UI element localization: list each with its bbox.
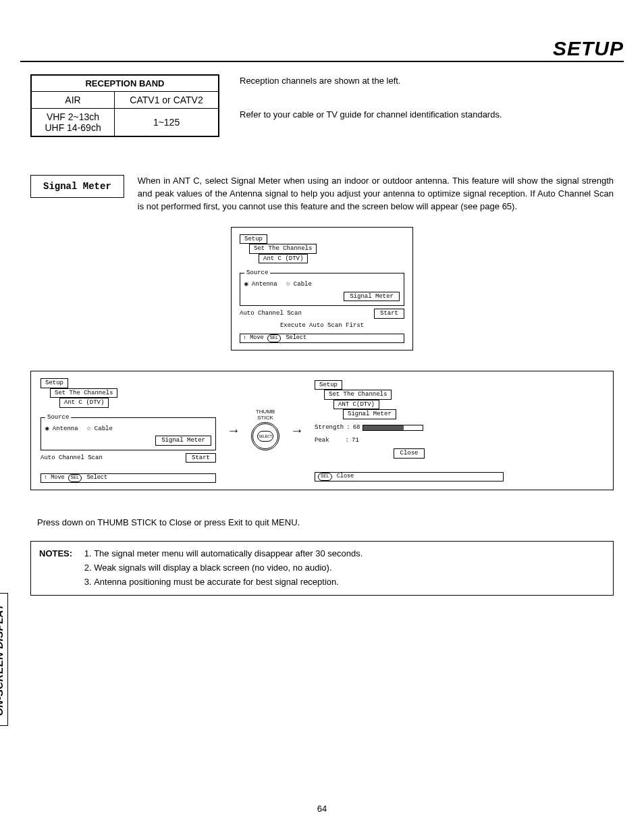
source-fieldset: Source ◉ Antenna ○ Cable Signal Meter (240, 269, 404, 306)
osd-tab-setup: Setup (315, 380, 342, 390)
peak-value: 71 (352, 436, 359, 445)
select-button-icon: SELECT (257, 431, 273, 442)
cell-range: 1~125 (115, 109, 219, 137)
osd-panel-before: Setup Set The Channels Ant C (DTV) Sourc… (41, 378, 216, 483)
thumbstick-graphic: THUMB STICK SELECT (251, 409, 279, 452)
notes-box: NOTES: The signal meter menu will automa… (30, 541, 614, 595)
note-item: Weak signals will display a black screen… (94, 561, 363, 575)
intro-text: Reception channels are shown at the left… (240, 74, 502, 141)
signal-meter-button[interactable]: Signal Meter (155, 436, 211, 446)
notes-list: The signal meter menu will automatically… (82, 547, 363, 589)
signal-meter-description: When in ANT C, select Signal Meter when … (138, 175, 614, 213)
source-fieldset: Source ◉ Antenna ○ Cable Signal Meter (41, 413, 216, 450)
press-instruction: Press down on THUMB STICK to Close or pr… (37, 517, 614, 527)
header-rule (20, 61, 624, 62)
antenna-radio[interactable]: ◉ Antenna (244, 281, 277, 288)
osd-tab-antc: Ant C (DTV) (59, 398, 109, 408)
peak-label: Peak (315, 436, 329, 445)
osd-footer: ↕ Move SEL Select (41, 473, 216, 483)
cell-air: AIR (31, 92, 115, 109)
cable-radio[interactable]: ○ Cable (87, 425, 113, 432)
osd-footer: ↕ Move SEL Select (240, 334, 404, 343)
osd-tab-setchannels: Set The Channels (249, 244, 317, 254)
signal-meter-button[interactable]: Signal Meter (344, 292, 400, 302)
arrow-icon: → (290, 423, 304, 438)
osd-tab-antc: Ant C (DTV) (259, 254, 308, 264)
source-legend: Source (244, 269, 270, 278)
strength-value: 68 (353, 423, 360, 432)
strength-label: Strength (315, 423, 344, 432)
intro-line1: Reception channels are shown at the left… (240, 74, 502, 88)
thumb-label2: STICK (251, 415, 279, 421)
thumbstick-icon: SELECT (251, 422, 279, 450)
note-item: The signal meter menu will automatically… (94, 547, 363, 561)
osd-panel-error: Setup Set The Channels Ant C (DTV) Sourc… (231, 227, 413, 351)
page-number: 64 (0, 804, 644, 814)
flow-diagram: Setup Set The Channels Ant C (DTV) Sourc… (30, 371, 614, 490)
source-legend: Source (45, 413, 71, 422)
osd-panel-signal-meter: Setup Set The Channels ANT C(DTV) Signal… (315, 380, 504, 481)
signal-meter-tag: Signal Meter (30, 175, 124, 198)
page-title: SETUP (553, 37, 624, 60)
osd-footer: SEL Close (315, 472, 504, 481)
osd-tab-signalmeter: Signal Meter (343, 409, 396, 419)
cell-catv: CATV1 or CATV2 (115, 92, 219, 109)
execute-first-msg: Execute Auto Scan First (240, 321, 404, 330)
osd-tab-antc: ANT C(DTV) (333, 400, 379, 410)
reception-row: RECEPTION BAND AIR CATV1 or CATV2 VHF 2~… (30, 74, 614, 141)
reception-band-table: RECEPTION BAND AIR CATV1 or CATV2 VHF 2~… (30, 74, 219, 137)
start-button[interactable]: Start (186, 453, 216, 463)
reception-header: RECEPTION BAND (31, 75, 219, 92)
osd-tab-setup: Setup (41, 378, 68, 388)
close-button[interactable]: Close (394, 448, 424, 459)
antenna-radio[interactable]: ◉ Antenna (45, 425, 78, 432)
auto-channel-scan-label: Auto Channel Scan (240, 309, 302, 318)
intro-line2: Refer to your cable or TV guide for chan… (240, 108, 502, 122)
side-tab: ON-SCREEN DISPLAY (0, 593, 8, 726)
osd-tab-setchannels: Set The Channels (50, 388, 117, 398)
osd-tab-setchannels: Set The Channels (324, 390, 392, 400)
cable-radio[interactable]: ○ Cable (286, 281, 312, 288)
start-button[interactable]: Start (374, 309, 404, 319)
cell-vhf-uhf: VHF 2~13ch UHF 14-69ch (31, 109, 115, 137)
auto-channel-scan-label: Auto Channel Scan (41, 454, 103, 463)
arrow-icon: → (227, 423, 240, 438)
osd-tab-setup: Setup (240, 234, 267, 244)
strength-bar (363, 425, 423, 431)
notes-label: NOTES: (39, 547, 72, 589)
note-item: Antenna positioning must be accurate for… (94, 575, 363, 590)
